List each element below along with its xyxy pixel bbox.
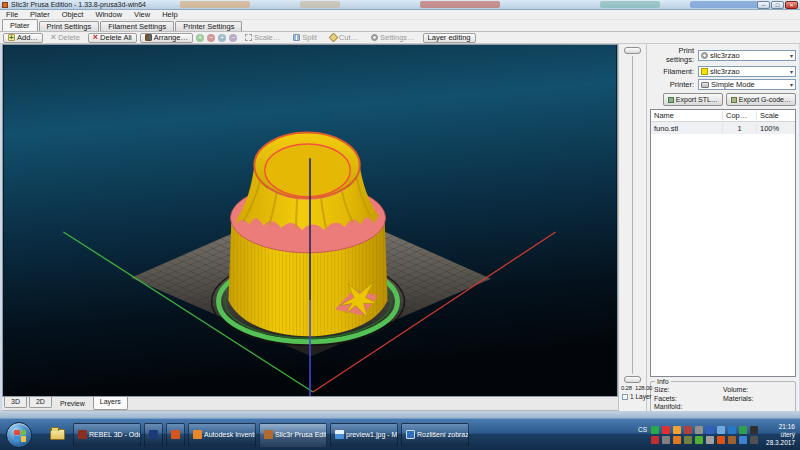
clock-day: úterý <box>766 431 795 439</box>
split-button[interactable]: Split <box>288 33 322 43</box>
tray-icon[interactable] <box>739 436 747 444</box>
taskbar-clock[interactable]: 21:16 úterý 28.3.2017 <box>762 423 800 447</box>
tray-icon[interactable] <box>717 426 725 434</box>
tray-icon[interactable] <box>673 426 681 434</box>
taskbar: REBEL 3D - Odeslat o... Autodesk Invento… <box>0 418 800 450</box>
export-gcode-label: Export G-code… <box>739 96 791 103</box>
menu-window[interactable]: Window <box>89 10 128 20</box>
printer-select[interactable]: Simple Mode ▾ <box>698 79 796 90</box>
rotate-ccw-icon[interactable]: + <box>196 34 204 42</box>
taskbar-button-app2[interactable] <box>166 423 185 447</box>
windows-flag-icon <box>14 430 26 442</box>
clock-date: 28.3.2017 <box>766 439 795 447</box>
print-settings-select[interactable]: slic3rzao ▾ <box>698 50 796 61</box>
view-tab-3d[interactable]: 3D <box>4 397 27 408</box>
scale-up-icon[interactable]: + <box>218 34 226 42</box>
background-tab-hint <box>600 1 660 8</box>
view-tab-2d[interactable]: 2D <box>29 397 52 408</box>
3d-viewport[interactable] <box>2 44 618 397</box>
background-tab-hint <box>420 1 500 8</box>
tab-printer-settings[interactable]: Printer Settings <box>175 21 242 31</box>
rotate-cw-icon[interactable]: − <box>207 34 215 42</box>
view-tab-preview[interactable]: Preview <box>54 399 91 408</box>
column-scale[interactable]: Scale <box>757 111 795 120</box>
tray-icon[interactable] <box>717 436 725 444</box>
start-button[interactable] <box>6 422 32 448</box>
menu-object[interactable]: Object <box>56 10 90 20</box>
object-scale-cell: 100% <box>757 124 795 133</box>
arrange-label: Arrange… <box>154 33 188 42</box>
view-tab-layers[interactable]: Layers <box>93 397 128 410</box>
taskbar-button-inventor[interactable]: Autodesk Inventor Pr... <box>188 423 256 447</box>
tray-icon[interactable] <box>673 436 681 444</box>
tray-icon[interactable] <box>651 436 659 444</box>
tray-icon[interactable] <box>739 426 747 434</box>
column-copies[interactable]: Cop… <box>723 111 757 120</box>
export-stl-icon <box>668 97 674 103</box>
menu-bar: File Plater Object Window View Help <box>0 10 800 20</box>
menu-help[interactable]: Help <box>156 10 183 20</box>
layer-slider-top-handle[interactable] <box>624 47 641 54</box>
explorer-folder-icon[interactable] <box>50 429 65 440</box>
desktop-strip <box>0 411 800 418</box>
window-title: Slic3r Prusa Edition - 1.33.8-prusa3d-wi… <box>11 1 146 8</box>
print-settings-label: Print settings: <box>650 46 698 64</box>
clock-time: 21:16 <box>766 423 795 431</box>
tray-icon[interactable] <box>706 426 714 434</box>
delete-all-button[interactable]: × Delete All <box>88 33 137 43</box>
tray-icon[interactable] <box>684 426 692 434</box>
tab-print-settings[interactable]: Print Settings <box>39 21 100 31</box>
tray-icon[interactable] <box>728 436 736 444</box>
column-name[interactable]: Name <box>651 111 723 120</box>
menu-file[interactable]: File <box>0 10 24 20</box>
taskbar-button-app1[interactable] <box>144 423 163 447</box>
tab-filament-settings[interactable]: Filament Settings <box>100 21 174 31</box>
info-group: Info Size: Volume: Facets: Materials: Ma… <box>650 381 796 413</box>
restore-button[interactable]: □ <box>771 1 784 9</box>
cut-button[interactable]: Cut… <box>325 33 363 43</box>
tray-icon[interactable] <box>695 436 703 444</box>
taskbar-button-display[interactable]: Rozlišení zobrazení <box>401 423 469 447</box>
scale-down-icon[interactable]: − <box>229 34 237 42</box>
tray-icon[interactable] <box>728 426 736 434</box>
taskbar-button-paint[interactable]: preview1.jpg - Malov... <box>330 423 398 447</box>
export-stl-button[interactable]: Export STL… <box>663 93 723 106</box>
add-icon <box>8 34 15 41</box>
tray-icon[interactable] <box>695 426 703 434</box>
tray-icon[interactable] <box>750 426 758 434</box>
system-tray: CS <box>638 426 762 444</box>
tray-icon[interactable] <box>750 436 758 444</box>
menu-plater[interactable]: Plater <box>24 10 56 20</box>
tab-plater[interactable]: Plater <box>2 19 38 31</box>
table-row[interactable]: funo.stl 1 100% <box>651 122 795 134</box>
settings-button[interactable]: Settings… <box>366 33 420 43</box>
object-table[interactable]: Name Cop… Scale funo.stl 1 100% <box>650 109 796 377</box>
tray-icon[interactable] <box>706 436 714 444</box>
layer-editing-label: Layer editing <box>428 33 471 42</box>
layer-slider-track[interactable] <box>632 56 633 374</box>
taskbar-button-slic3r[interactable]: Slic3r Prusa Edition - ... <box>259 423 327 447</box>
export-gcode-button[interactable]: Export G-code… <box>726 93 796 106</box>
scale-button[interactable]: Scale… <box>240 33 285 43</box>
delete-button[interactable]: × Delete <box>46 33 85 43</box>
taskbar-button-rebel[interactable]: REBEL 3D - Odeslat o... <box>73 423 141 447</box>
3d-scene[interactable] <box>3 45 617 396</box>
add-label: Add… <box>17 33 38 42</box>
add-button[interactable]: Add… <box>3 33 43 43</box>
arrange-button[interactable]: Arrange… <box>140 33 193 43</box>
layer-slider-bottom-handle[interactable] <box>624 376 641 383</box>
tray-icon[interactable] <box>662 436 670 444</box>
one-layer-checkbox[interactable] <box>622 394 628 400</box>
close-button[interactable]: × <box>785 1 798 9</box>
language-indicator[interactable]: CS <box>638 426 647 433</box>
filament-select[interactable]: slic3rzao ▾ <box>698 66 796 77</box>
tray-icon[interactable] <box>651 426 659 434</box>
menu-view[interactable]: View <box>128 10 156 20</box>
cup-inner-ring <box>265 144 351 197</box>
tray-icon[interactable] <box>684 436 692 444</box>
chevron-down-icon: ▾ <box>790 68 793 75</box>
settings-label: Settings… <box>380 33 415 42</box>
minimize-button[interactable]: – <box>757 1 770 9</box>
layer-editing-button[interactable]: Layer editing <box>423 33 476 43</box>
tray-icon[interactable] <box>662 426 670 434</box>
